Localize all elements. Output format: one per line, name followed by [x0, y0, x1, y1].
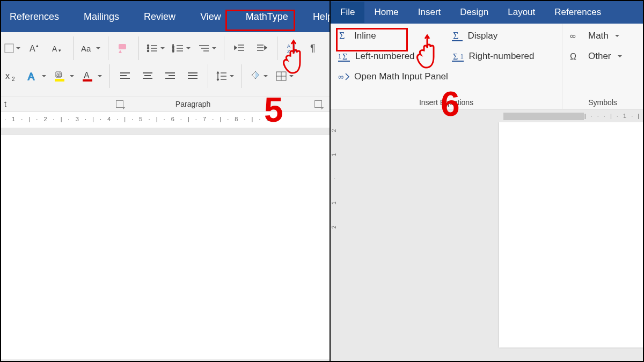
font-size-dropdown[interactable] — [4, 39, 20, 58]
step-number-6: 6 — [441, 84, 460, 124]
svg-text:Z: Z — [287, 49, 290, 54]
v-tick: 1 — [332, 153, 338, 157]
tab-home[interactable]: Home — [364, 2, 408, 23]
svg-point-11 — [148, 50, 149, 52]
separator — [73, 36, 74, 60]
tab-design[interactable]: Design — [450, 2, 498, 23]
other-symbols-button[interactable]: Ω Other — [570, 49, 635, 63]
svg-text:▾: ▾ — [58, 48, 61, 53]
line-spacing-icon[interactable] — [216, 67, 234, 86]
svg-text:x: x — [5, 71, 10, 80]
step5-pane: References Mailings Review View MathType… — [1, 1, 331, 361]
separator — [138, 36, 139, 60]
svg-text:A: A — [84, 71, 90, 80]
tab-file[interactable]: File — [331, 2, 364, 23]
left-numbered-label: Left-numbered — [355, 51, 415, 62]
svg-marker-25 — [235, 46, 237, 49]
annotation-highlight-mathtype — [225, 10, 295, 31]
tab-insert[interactable]: Insert — [408, 2, 451, 23]
vertical-ruler[interactable]: 2 1 · 1 2 — [331, 109, 338, 361]
svg-rect-37 — [55, 79, 64, 82]
v-tick: 2 — [332, 129, 338, 132]
change-case-icon[interactable]: Aa — [81, 39, 100, 58]
paragraph-group-launcher[interactable] — [314, 100, 322, 108]
svg-text:¶: ¶ — [310, 43, 316, 54]
open-math-input-panel-label: Open Math Input Panel — [354, 71, 448, 82]
svg-text:Aa: Aa — [81, 44, 91, 53]
show-paragraph-marks-icon[interactable]: ¶ — [308, 39, 323, 58]
document-area-right: | · 2 · | · | · 1 · | · | · · · | · 1 · … — [331, 109, 643, 361]
decrease-indent-icon[interactable] — [232, 39, 247, 58]
shading-icon[interactable] — [250, 67, 268, 86]
tab-help[interactable]: Help — [308, 8, 331, 26]
right-numbered-button[interactable]: Σ1 Right-numbered — [452, 49, 555, 63]
sort-icon[interactable]: AZ — [285, 39, 300, 58]
svg-point-7 — [148, 45, 149, 47]
svg-text:1: 1 — [338, 54, 341, 60]
svg-rect-0 — [5, 44, 13, 53]
tab-references[interactable]: References — [4, 8, 64, 26]
align-left-icon[interactable] — [118, 67, 133, 86]
symbols-group-label: Symbols — [562, 98, 643, 107]
tab-view[interactable]: View — [195, 8, 226, 26]
font-group-launcher[interactable] — [116, 100, 123, 108]
svg-text:Σ: Σ — [342, 52, 347, 61]
increase-font-icon[interactable]: A▴ — [28, 39, 43, 58]
svg-text:A: A — [287, 43, 290, 49]
numbered-list-icon[interactable]: 123 — [172, 39, 191, 58]
svg-point-9 — [148, 48, 149, 49]
tab-references-right[interactable]: References — [545, 2, 611, 23]
font-color-icon[interactable]: A — [82, 67, 102, 86]
svg-text:1: 1 — [460, 54, 464, 60]
symbols-group: ∞ Math Ω Other Symbols — [562, 24, 643, 109]
separator — [241, 64, 242, 88]
svg-text:∞: ∞ — [338, 72, 343, 81]
tab-review[interactable]: Review — [138, 8, 181, 26]
document-page-right[interactable] — [499, 122, 643, 348]
subscript-icon[interactable]: x2 — [4, 67, 19, 86]
svg-text:∞: ∞ — [570, 31, 576, 40]
right-numbered-label: Right-numbered — [469, 51, 535, 62]
math-symbols-button[interactable]: ∞ Math — [570, 29, 635, 43]
ribbon-tabs-right: File Home Insert Design Layout Reference… — [331, 1, 643, 24]
ruler-margin-shade — [503, 113, 584, 120]
display-equation-button[interactable]: Σ Display — [452, 29, 555, 43]
svg-text:ab: ab — [56, 72, 63, 78]
separator — [224, 36, 224, 60]
svg-text:▴: ▴ — [36, 43, 39, 48]
other-symbols-label: Other — [588, 51, 611, 62]
svg-text:A: A — [30, 44, 35, 53]
svg-rect-39 — [83, 79, 92, 82]
v-tick: 2 — [332, 226, 338, 229]
highlight-color-icon[interactable]: ab — [54, 67, 74, 86]
step-number-5: 5 — [264, 90, 283, 130]
multilevel-list-icon[interactable] — [198, 39, 216, 58]
annotation-highlight-inline — [336, 28, 408, 51]
svg-text:Σ: Σ — [453, 52, 458, 61]
open-math-input-panel-button[interactable]: ∞ Open Math Input Panel — [338, 70, 554, 84]
svg-rect-6 — [119, 44, 126, 49]
font-group-label: t — [4, 100, 9, 108]
justify-icon[interactable] — [185, 67, 200, 86]
borders-icon[interactable] — [275, 67, 294, 86]
increase-indent-icon[interactable] — [254, 39, 269, 58]
decrease-font-icon[interactable]: A▾ — [50, 39, 65, 58]
align-center-icon[interactable] — [140, 67, 155, 86]
clear-formatting-icon[interactable] — [116, 39, 131, 58]
tab-mailings[interactable]: Mailings — [78, 8, 125, 26]
display-equation-label: Display — [468, 31, 498, 41]
text-effects-icon[interactable]: A — [27, 67, 46, 86]
paragraph-group-label: Paragraph — [175, 100, 210, 108]
align-right-icon[interactable] — [163, 67, 178, 86]
math-symbols-label: Math — [588, 31, 609, 41]
separator — [277, 36, 277, 60]
document-area-left: · 1 · | · 2 · | · 3 · | · 4 · | · 5 · | … — [1, 112, 330, 361]
horizontal-ruler-right[interactable]: | · 2 · | · | · 1 · | · | · · · | · 1 · … — [342, 109, 643, 122]
document-page-left[interactable] — [1, 134, 330, 359]
svg-text:A: A — [28, 71, 34, 82]
bulleted-list-icon[interactable] — [147, 39, 165, 58]
tab-layout[interactable]: Layout — [498, 2, 545, 23]
svg-text:3: 3 — [172, 49, 174, 53]
separator — [208, 64, 208, 88]
separator — [108, 36, 108, 60]
